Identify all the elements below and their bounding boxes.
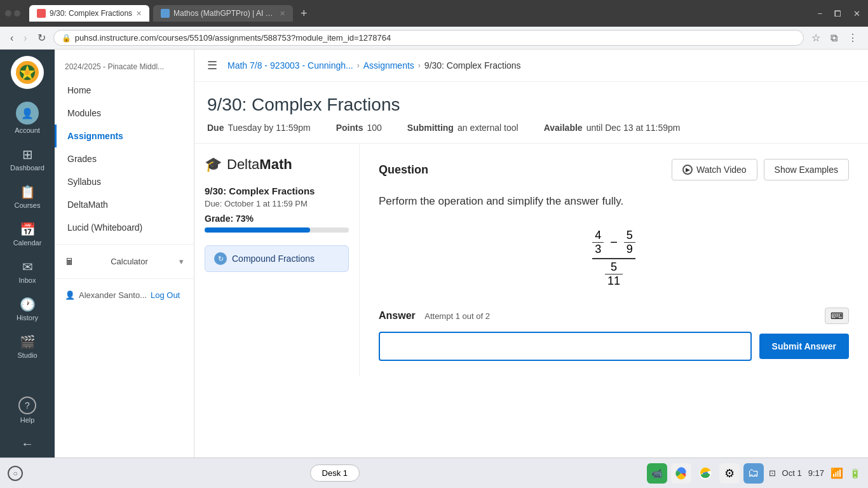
submitting-value: an external tool <box>458 123 519 133</box>
dm-assignment-title: 9/30: Complex Fractions <box>205 186 349 196</box>
new-tab-button[interactable]: + <box>297 7 311 20</box>
restore-button[interactable]: ⧠ <box>831 9 844 18</box>
nav-item-home[interactable]: Home <box>55 79 194 102</box>
chrome-btn[interactable] <box>5 10 11 17</box>
question-panel: Question ▶ Watch Video Show Examples Per… <box>360 144 868 376</box>
submitting-label: Submitting <box>407 123 454 133</box>
logout-link[interactable]: Log Out <box>151 290 180 300</box>
frac-bottom: 5 11 <box>605 261 623 288</box>
big-frac-denominator: 5 11 <box>605 261 623 288</box>
sidebar-item-account[interactable]: 👤 Account <box>0 95 55 140</box>
meta-points: Points 100 <box>336 123 382 133</box>
browser-tab-2[interactable]: Mathos (MathGPTPro) | AI Mat... ✕ <box>153 5 293 22</box>
help-label: Help <box>20 416 35 424</box>
history-label: History <box>17 314 38 322</box>
question-instruction: Perform the operation and simplify the a… <box>379 193 849 210</box>
tab-close-1[interactable]: ✕ <box>136 10 142 18</box>
breadcrumb-sep-2: › <box>418 61 421 70</box>
window-controls: − ⧠ ✕ <box>815 9 863 18</box>
breadcrumb: ☰ Math 7/8 - 923003 - Cunningh... › Assi… <box>194 50 868 82</box>
frac-right: 5 9 <box>624 229 635 257</box>
tab-title-1: 9/30: Complex Fractions <box>50 9 132 18</box>
topic-icon: ↻ <box>214 252 227 265</box>
frac-top-left-den: 3 <box>592 243 604 257</box>
progress-bar-wrap <box>205 227 349 233</box>
due-value: Tuesday by 11:59pm <box>227 123 310 133</box>
account-avatar: 👤 <box>16 102 39 125</box>
chrome-btn2[interactable] <box>14 10 20 17</box>
nav-item-lucid[interactable]: Lucid (Whiteboard) <box>55 216 194 239</box>
calculator-row[interactable]: 🖩 Calculator ▾ <box>55 250 194 273</box>
deltamath-cap-icon: 🎓 <box>205 156 222 173</box>
topic-label: Compound Fractions <box>232 254 315 264</box>
breadcrumb-current: 9/30: Complex Fractions <box>424 60 521 71</box>
nav-item-grades[interactable]: Grades <box>55 147 194 170</box>
sidebar-item-history[interactable]: 🕐 History <box>0 290 55 328</box>
sidebar-item-help[interactable]: ? Help <box>0 390 55 430</box>
nav-item-modules[interactable]: Modules <box>55 102 194 125</box>
hamburger-icon[interactable]: ☰ <box>207 58 217 72</box>
user-name: Alexander Santo... <box>79 290 147 300</box>
frac-top-right-den: 9 <box>624 243 635 257</box>
sidebar: 👤 Account ⊞ Dashboard 📋 Courses 📅 Calend… <box>0 50 55 458</box>
breadcrumb-course[interactable]: Math 7/8 - 923003 - Cunningh... <box>227 60 353 71</box>
refresh-button[interactable]: ↻ <box>35 30 48 45</box>
breadcrumb-assignments[interactable]: Assignments <box>363 60 414 71</box>
help-icon: ? <box>18 396 36 414</box>
keyboard-icon[interactable]: ⌨ <box>825 308 849 324</box>
nav-item-deltamath[interactable]: DeltaMath <box>55 193 194 216</box>
points-value: 100 <box>367 123 381 133</box>
browser-menu-icon[interactable]: ⋮ <box>845 32 860 44</box>
url-text: puhsd.instructure.com/courses/55109/assi… <box>75 33 391 43</box>
user-icon: 👤 <box>65 290 75 300</box>
url-bar: ‹ › ↻ 🔒 puhsd.instructure.com/courses/55… <box>0 27 868 50</box>
dm-assignment-due: Due: October 1 at 11:59 PM <box>205 199 349 208</box>
sidebar-item-inbox[interactable]: ✉ Inbox <box>0 253 55 290</box>
app-container: 👤 Account ⊞ Dashboard 📋 Courses 📅 Calend… <box>0 50 868 458</box>
answer-input[interactable] <box>379 332 752 361</box>
play-icon: ▶ <box>682 165 693 175</box>
lock-icon: 🔒 <box>62 34 71 43</box>
watch-video-label: Watch Video <box>696 165 747 175</box>
nav-item-assignments[interactable]: Assignments <box>55 125 194 147</box>
calendar-label: Calendar <box>13 239 42 247</box>
big-frac-divider <box>592 258 635 259</box>
svg-point-3 <box>25 70 30 75</box>
sidebar-item-dashboard[interactable]: ⊞ Dashboard <box>0 140 55 178</box>
calculator-label: Calculator <box>111 257 148 266</box>
extension-icon[interactable]: ⧉ <box>828 32 840 44</box>
url-input[interactable]: 🔒 puhsd.instructure.com/courses/55109/as… <box>53 30 804 46</box>
submit-answer-button[interactable]: Submit Answer <box>759 334 849 359</box>
nav-divider-2 <box>55 278 194 279</box>
close-button[interactable]: ✕ <box>851 9 863 18</box>
browser-tab-active[interactable]: 9/30: Complex Fractions ✕ <box>29 5 149 22</box>
answer-label: Answer <box>379 310 416 321</box>
courses-icon: 📋 <box>20 184 36 200</box>
calc-icon: 🖩 <box>65 256 74 267</box>
back-button[interactable]: ‹ <box>8 31 16 45</box>
frac-left: 4 3 <box>592 229 604 257</box>
question-header: Question ▶ Watch Video Show Examples <box>379 159 849 180</box>
big-frac-numerator: 4 3 − 5 9 <box>592 229 635 257</box>
course-header: 2024/2025 - Pinacate Middl... <box>55 57 194 79</box>
sidebar-item-studio[interactable]: 🎬 Studio <box>0 328 55 365</box>
nav-divider <box>55 244 194 245</box>
content-body: 🎓 DeltaMath 9/30: Complex Fractions Due:… <box>194 144 868 376</box>
forward-button[interactable]: › <box>21 31 29 45</box>
fraction-display: 4 3 − 5 9 <box>379 229 849 288</box>
assignment-meta: Due Tuesday by 11:59pm Points 100 Submit… <box>207 123 855 133</box>
left-nav: 2024/2025 - Pinacate Middl... Home Modul… <box>55 50 194 458</box>
bookmark-icon[interactable]: ☆ <box>809 32 823 44</box>
sidebar-item-collapse[interactable]: ← <box>0 430 55 458</box>
show-examples-label: Show Examples <box>775 165 838 175</box>
sidebar-item-calendar[interactable]: 📅 Calendar <box>0 215 55 253</box>
watch-video-button[interactable]: ▶ Watch Video <box>672 159 757 180</box>
tab-close-2[interactable]: ✕ <box>280 10 285 18</box>
nav-item-syllabus[interactable]: Syllabus <box>55 170 194 193</box>
delta-text: Delta <box>227 156 259 172</box>
compound-fractions-button[interactable]: ↻ Compound Fractions <box>205 245 349 272</box>
user-row: 👤 Alexander Santo... Log Out <box>55 284 194 306</box>
sidebar-item-courses[interactable]: 📋 Courses <box>0 178 55 215</box>
show-examples-button[interactable]: Show Examples <box>764 159 849 180</box>
minimize-button[interactable]: − <box>815 9 825 18</box>
